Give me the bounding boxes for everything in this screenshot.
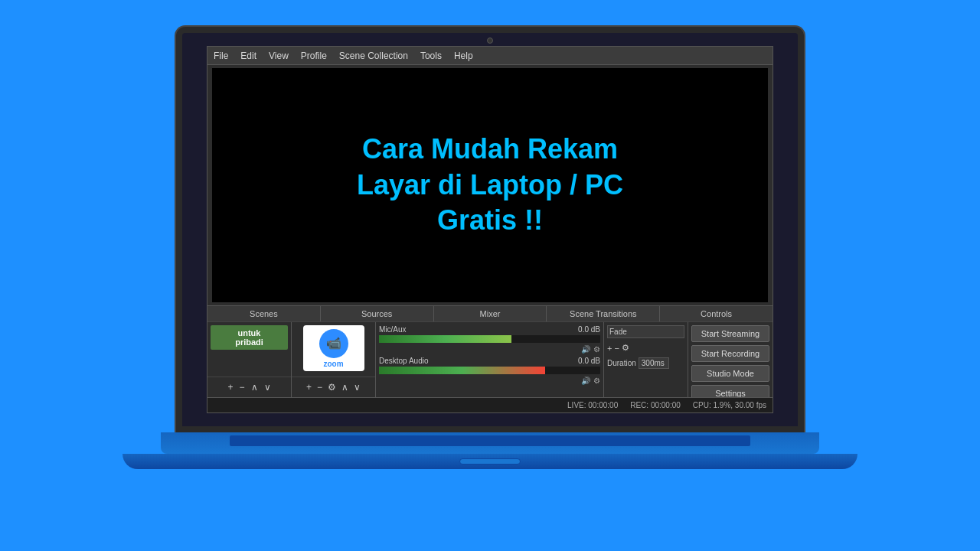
obs-window: File Edit View Profile Scene Collection … [207,46,773,413]
laptop-touchpad [459,458,521,465]
status-bar: LIVE: 00:00:00 REC: 00:00:00 CPU: 1.9%, … [207,397,773,412]
scenes-header: Scenes [207,306,321,321]
mixer-speaker-1-icon[interactable]: 🔊 [581,345,590,354]
source-remove-button[interactable]: − [315,380,324,394]
scene-controls: + − ∧ ∨ [207,377,291,397]
bottom-panels: Scenes Sources Mixer Scene Transitions C… [207,305,773,412]
mixer-controls-1: 🔊 ⚙ [379,345,600,354]
menu-tools[interactable]: Tools [420,51,442,61]
sources-panel: 📹 zoom + − ⚙ ∧ ∨ [292,322,376,397]
transitions-header: Scene Transitions [547,306,660,321]
studio-mode-button[interactable]: Studio Mode [691,365,769,382]
preview-area: Cara Mudah Rekam Layar di Laptop / PC Gr… [212,68,768,302]
mixer-bar-1 [379,335,511,343]
menu-bar: File Edit View Profile Scene Collection … [207,47,773,65]
preview-line3: Gratis !! [437,204,543,236]
laptop-camera-dot [487,37,493,44]
start-streaming-button[interactable]: Start Streaming [691,325,769,342]
transition-gear-button[interactable]: ⚙ [622,343,629,353]
scene-down-button[interactable]: ∨ [263,380,273,394]
mixer-channel-2-header: Desktop Audio 0.0 dB [379,357,600,365]
preview-line2: Layar di Laptop / PC [357,169,623,201]
transition-delete-button[interactable]: − [614,344,619,353]
zoom-camera-icon: 📹 [326,336,341,350]
laptop-base [161,432,819,454]
scene-add-button[interactable]: + [226,380,234,394]
transitions-panel: Fade + − ⚙ Duration [604,322,688,397]
controls-header: Controls [660,306,773,321]
source-zoom-thumbnail[interactable]: 📹 zoom [303,325,364,371]
mixer-bar-2-container [379,367,600,374]
mixer-label: Mixer [480,309,501,318]
mixer-header: Mixer [434,306,547,321]
laptop-keyboard [230,435,750,446]
laptop-screen: File Edit View Profile Scene Collection … [176,27,804,432]
duration-input[interactable] [639,357,669,369]
scene-item[interactable]: untuk pribadi [211,325,288,350]
mixer-channel-1-header: Mic/Aux 0.0 dB [379,325,600,334]
mixer-bar-2 [379,367,545,374]
status-live: LIVE: 00:00:00 [567,401,618,409]
source-add-button[interactable]: + [305,380,313,394]
transitions-type-select[interactable]: Fade [607,325,684,338]
menu-scene-collection[interactable]: Scene Collection [339,51,408,61]
panel-section: untuk pribadi + − ∧ ∨ 📹 [207,322,773,397]
source-up-button[interactable]: ∧ [340,380,350,394]
start-recording-button[interactable]: Start Recording [691,345,769,362]
mixer-channel-1-db: 0.0 dB [578,325,600,334]
zoom-label: zoom [323,360,343,368]
zoom-icon-bg: 📹 [319,329,348,358]
controls-label: Controls [701,309,732,318]
scene-name: untuk pribadi [235,328,263,347]
scene-up-button[interactable]: ∧ [250,380,260,394]
source-gear-button[interactable]: ⚙ [326,380,338,394]
mixer-channel-1: Mic/Aux 0.0 dB 🔊 ⚙ [379,325,600,354]
mixer-controls-2: 🔊 ⚙ [379,377,600,385]
preview-content: Cara Mudah Rekam Layar di Laptop / PC Gr… [357,132,623,239]
source-controls: + − ⚙ ∧ ∨ [292,377,375,397]
settings-button[interactable]: Settings [691,385,769,397]
menu-help[interactable]: Help [454,51,473,61]
mixer-bar-1-container [379,335,600,343]
menu-edit[interactable]: Edit [240,51,256,61]
scene-remove-button[interactable]: − [238,380,247,394]
menu-file[interactable]: File [214,51,228,61]
scenes-panel: untuk pribadi + − ∧ ∨ [207,322,292,397]
mixer-gear-2-icon[interactable]: ⚙ [593,377,600,385]
duration-label: Duration [607,359,636,367]
mixer-channel-1-name: Mic/Aux [379,325,407,334]
menu-view[interactable]: View [269,51,289,61]
menu-profile[interactable]: Profile [301,51,327,61]
mixer-channel-2-db: 0.0 dB [578,357,600,365]
preview-line1: Cara Mudah Rekam [362,133,618,165]
controls-panel: Start Streaming Start Recording Studio M… [688,322,773,397]
mixer-gear-1-icon[interactable]: ⚙ [593,345,600,354]
source-down-button[interactable]: ∨ [352,380,362,394]
laptop-bottom [122,454,858,469]
status-cpu: CPU: 1.9%, 30.00 fps [693,401,766,409]
mixer-channel-2: Desktop Audio 0.0 dB 🔊 ⚙ [379,357,600,385]
mixer-channel-2-name: Desktop Audio [379,357,429,365]
mixer-speaker-2-icon[interactable]: 🔊 [581,377,590,385]
transition-add-button[interactable]: + [607,344,612,353]
sources-header: Sources [321,306,434,321]
sources-label: Sources [361,309,392,318]
status-rec: REC: 00:00:00 [630,401,681,409]
laptop: File Edit View Profile Scene Collection … [145,27,835,524]
transitions-label: Scene Transitions [570,309,636,318]
transitions-duration-row: Duration [607,357,684,369]
panel-headers: Scenes Sources Mixer Scene Transitions C… [207,305,773,322]
scenes-label: Scenes [250,309,278,318]
mixer-panel: Mic/Aux 0.0 dB 🔊 ⚙ [376,322,604,397]
